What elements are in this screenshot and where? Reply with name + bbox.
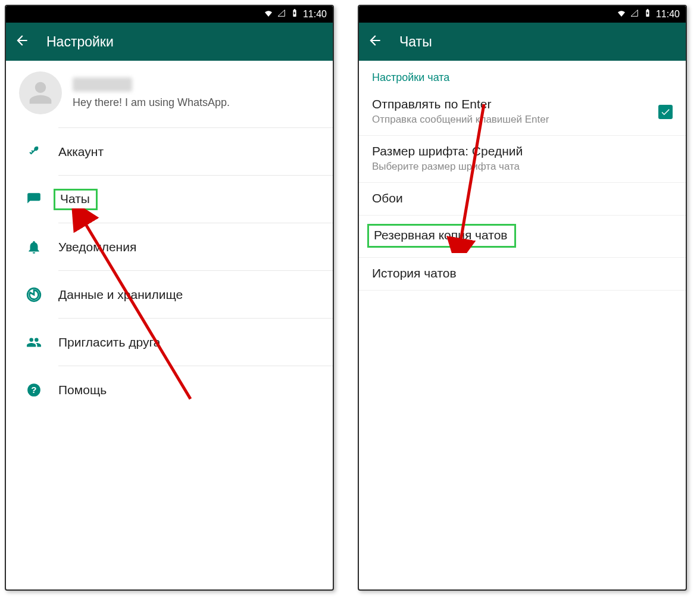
bell-icon — [26, 239, 42, 255]
battery-icon — [643, 8, 652, 20]
settings-item-chats[interactable]: Чаты — [58, 176, 333, 223]
status-time: 11:40 — [656, 9, 680, 20]
status-bar: 11:40 — [359, 6, 686, 23]
signal-icon — [630, 8, 639, 20]
data-usage-icon — [26, 287, 42, 302]
option-primary: История чатов — [372, 266, 673, 280]
phone-settings: 11:40 Настройки Hey there! I am using Wh… — [5, 5, 334, 591]
status-time: 11:40 — [303, 9, 327, 20]
settings-item-data[interactable]: Данные и хранилище — [58, 271, 333, 319]
profile-status: Hey there! I am using WhatsApp. — [73, 96, 230, 109]
profile-name-blurred — [73, 77, 132, 92]
battery-icon — [290, 8, 299, 20]
settings-label: Помощь — [58, 383, 107, 397]
status-bar: 11:40 — [6, 6, 333, 23]
app-bar: Чаты — [359, 23, 686, 61]
avatar — [19, 71, 62, 114]
section-heading: Настройки чата — [359, 61, 686, 89]
settings-label: Чаты — [58, 189, 98, 210]
wifi-icon — [617, 8, 626, 20]
option-primary: Отправлять по Enter — [372, 97, 673, 111]
option-enter-to-send[interactable]: Отправлять по Enter Отправка сообщений к… — [359, 89, 686, 136]
option-font-size[interactable]: Размер шрифта: Средний Выберите размер ш… — [359, 136, 686, 183]
option-primary: Размер шрифта: Средний — [372, 144, 673, 158]
settings-item-help[interactable]: ? Помощь — [58, 366, 333, 414]
highlight-box: Резервная копия чатов — [367, 224, 516, 248]
settings-item-invite[interactable]: Пригласить друга — [58, 319, 333, 366]
settings-label: Пригласить друга — [58, 335, 160, 350]
option-secondary: Выберите размер шрифта чата — [372, 161, 673, 173]
settings-item-notifications[interactable]: Уведомления — [58, 223, 333, 271]
settings-label: Аккаунт — [58, 145, 104, 159]
app-bar: Настройки — [6, 23, 333, 61]
option-primary: Обои — [372, 191, 673, 205]
option-primary: Резервная копия чатов — [374, 228, 507, 242]
settings-item-account[interactable]: Аккаунт — [58, 128, 333, 176]
appbar-title: Настройки — [46, 34, 114, 50]
help-icon: ? — [26, 382, 42, 398]
appbar-title: Чаты — [399, 34, 432, 50]
profile-row[interactable]: Hey there! I am using WhatsApp. — [6, 61, 333, 127]
phone-chats: 11:40 Чаты Настройки чата Отправлять по … — [358, 5, 687, 591]
back-arrow-icon[interactable] — [14, 33, 30, 51]
wifi-icon — [264, 8, 273, 20]
svg-text:?: ? — [31, 385, 36, 395]
option-chat-history[interactable]: История чатов — [359, 258, 686, 291]
highlight-box: Чаты — [54, 189, 98, 210]
signal-icon — [277, 8, 286, 20]
option-wallpaper[interactable]: Обои — [359, 183, 686, 216]
settings-label: Данные и хранилище — [58, 288, 183, 302]
back-arrow-icon[interactable] — [367, 33, 383, 51]
people-icon — [26, 335, 42, 350]
key-icon — [26, 144, 42, 160]
option-secondary: Отправка сообщений клавишей Enter — [372, 114, 673, 126]
settings-label: Уведомления — [58, 240, 136, 254]
checkbox-checked[interactable] — [658, 105, 673, 119]
chat-icon — [26, 192, 42, 207]
option-chat-backup[interactable]: Резервная копия чатов — [359, 216, 686, 258]
